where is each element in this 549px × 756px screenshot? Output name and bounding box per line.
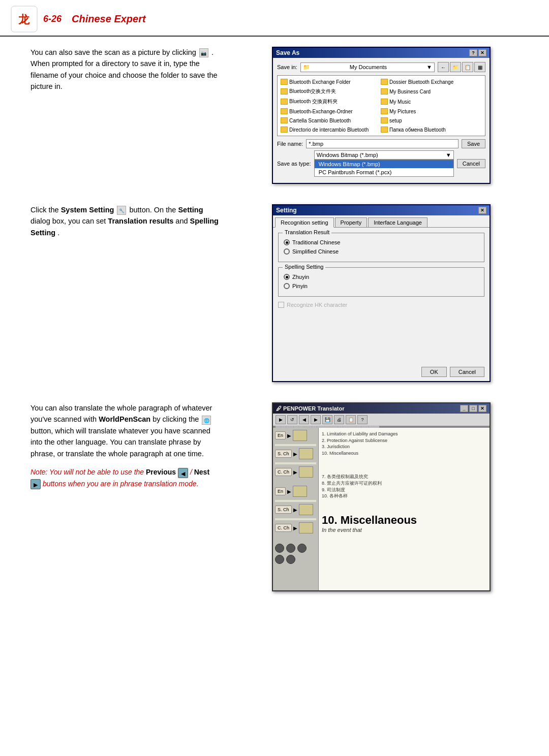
pp-arrow1: ▶: [287, 433, 291, 438]
pp-tool-scan[interactable]: ▶: [276, 415, 286, 424]
pp-divider4: [275, 518, 316, 520]
cancel-button[interactable]: Cancel: [457, 159, 485, 168]
radio-zhuyin-label: Zhuyin: [292, 274, 309, 280]
radio-simplified-circle[interactable]: [284, 248, 290, 255]
pp-tool-refresh[interactable]: ↺: [287, 415, 297, 424]
dropdown-item-pcx[interactable]: PC Paintbrush Format (*.pcx): [315, 168, 453, 176]
ok-button[interactable]: OK: [421, 367, 447, 377]
pp-divider2: [275, 462, 316, 464]
pp-circle5[interactable]: [286, 555, 295, 564]
pp-circle4[interactable]: [275, 555, 284, 564]
pp-circle3[interactable]: [297, 544, 307, 553]
back-btn[interactable]: ←: [438, 62, 449, 72]
pp-tool-copy[interactable]: 📋: [346, 415, 356, 424]
save-in-value: My Documents: [350, 64, 387, 70]
penpower-minimize[interactable]: _: [460, 405, 468, 412]
previous-btn-icon: ◀: [178, 468, 188, 478]
saveas-help-btn[interactable]: ?: [469, 49, 477, 56]
save-in-combo[interactable]: 📁 My Documents ▼: [300, 62, 435, 72]
pp-lang-c1[interactable]: C. Ch: [275, 468, 292, 476]
savetype-dropdown: Windows Bitmap (*.bmp) PC Paintbrush For…: [314, 160, 454, 177]
pp-divider3: [275, 500, 316, 502]
pp-circle1[interactable]: [275, 544, 284, 553]
previous-label: Previous: [146, 468, 176, 476]
radio-traditional-circle[interactable]: [284, 239, 290, 245]
spelling-setting-group: Spelling Setting Zhuyin Pinyin: [278, 267, 484, 297]
radio-zhuyin-circle[interactable]: [284, 274, 290, 280]
translate-btn-icon: 🌐: [202, 416, 211, 425]
tab-recognition[interactable]: Recognition setting: [275, 217, 334, 228]
file-name-text: Directorio de intercambio Bluetooth: [289, 127, 369, 133]
savetype-combo[interactable]: Windows Bitmap (*.bmp) ▼: [314, 150, 454, 160]
radio-zhuyin[interactable]: Zhuyin: [284, 274, 479, 280]
new-folder-btn[interactable]: 📋: [462, 62, 473, 72]
file-name-text: Dossier Bluetooth Exchange: [389, 79, 453, 85]
penpower-close[interactable]: ✕: [478, 405, 486, 412]
pp-tool-next[interactable]: ▶: [311, 415, 321, 424]
cancel-button-setting[interactable]: Cancel: [450, 367, 484, 377]
setting-text3: button. On the: [129, 206, 178, 214]
penpower-toolbar: ▶ ↺ ◀ ▶ 💾 🖨 📋 ?: [273, 414, 490, 426]
up-btn[interactable]: 📁: [450, 62, 461, 72]
pp-tool-save[interactable]: 💾: [322, 415, 332, 424]
pp-entry1-en: En ▶: [275, 430, 316, 441]
pp-divider1: [275, 444, 316, 446]
pp-circle2[interactable]: [286, 544, 295, 553]
folder-icon: [281, 79, 288, 85]
penpower-title-controls: _ □ ✕: [460, 405, 486, 412]
setting-close-btn[interactable]: ✕: [478, 207, 486, 214]
setting-dialog-title: Setting: [276, 207, 297, 214]
pp-lang-en1[interactable]: En: [275, 431, 286, 439]
note-slash: /: [190, 468, 192, 476]
checkbox-hk[interactable]: Recognize HK character: [278, 302, 484, 308]
file-item: Bluetooth-Exchange-Ordner: [280, 107, 379, 115]
radio-simplified[interactable]: Simplified Chinese: [284, 248, 479, 255]
setting-paragraph: Click the System Setting 🔧 button. On th…: [30, 204, 219, 238]
savetype-row: Save as type: Windows Bitmap (*.bmp) ▼ W…: [277, 150, 485, 177]
pp-text-block1: 1. Limitation of Liability and Damages 2…: [322, 431, 486, 456]
filename-input[interactable]: *.bmp: [306, 139, 459, 148]
pp-lang-sc2[interactable]: S. Ch: [275, 506, 292, 514]
pp-tool-print[interactable]: 🖨: [334, 415, 344, 424]
radio-traditional-label: Traditional Chinese: [292, 239, 340, 245]
setting-text9: .: [57, 229, 59, 237]
pp-tool-prev[interactable]: ◀: [299, 415, 309, 424]
pp-lang-cn1[interactable]: S. Ch: [275, 450, 292, 458]
pp-tool-help[interactable]: ?: [357, 415, 368, 424]
file-name-text: Bluetooth-Exchange-Ordner: [289, 109, 353, 114]
note-suffix: buttons when you are in phrase translati…: [43, 480, 199, 488]
file-name-text: Папка обмена Bluetooth: [389, 127, 446, 133]
pp-lang-cc2[interactable]: C. Ch: [275, 524, 292, 532]
folder-icon: [281, 108, 288, 114]
view-btn[interactable]: ▦: [474, 62, 485, 72]
file-item: Directorio de intercambio Bluetooth: [280, 125, 379, 134]
radio-pinyin-circle[interactable]: [284, 283, 290, 289]
note-prefix: Note: You will not be able to use the: [30, 468, 146, 476]
radio-simplified-label: Simplified Chinese: [292, 248, 339, 255]
folder-icon: [281, 99, 288, 105]
radio-pinyin[interactable]: Pinyin: [284, 283, 479, 289]
scan-button-icon: 📷: [199, 48, 208, 57]
checkbox-hk-box[interactable]: [278, 302, 284, 308]
folder-icon: [381, 127, 388, 133]
saveas-close-btn[interactable]: ✕: [478, 49, 486, 56]
section-worldpenscan: You can also translate the whole paragra…: [10, 397, 539, 596]
tab-interface-language[interactable]: Interface Language: [368, 217, 428, 227]
pp-lang-en2[interactable]: En: [275, 487, 286, 495]
tab-property[interactable]: Property: [335, 217, 368, 227]
section-saveas: You can also save the scan as a picture …: [10, 42, 539, 189]
text-worldpenscan: You can also translate the whole paragra…: [10, 397, 229, 494]
system-setting-label: System Setting: [61, 206, 114, 214]
savetype-label: Save as type:: [277, 161, 311, 167]
logo-icon: 龙: [10, 5, 38, 33]
page: 龙 6-26 Chinese Expert You can also save …: [0, 0, 549, 756]
penpower-maximize[interactable]: □: [469, 405, 477, 412]
pp-entry2-sc: S. Ch ▶: [275, 504, 316, 515]
nest-label: Nest: [194, 468, 209, 476]
pp-entry2-en: En ▶: [275, 486, 316, 497]
save-button[interactable]: Save: [462, 139, 485, 148]
worldpenscan-label: WorldPenScan: [99, 415, 150, 423]
dropdown-item-bmp[interactable]: Windows Bitmap (*.bmp): [315, 160, 453, 168]
setting-screenshot-col: Setting ✕ Recognition setting Property I…: [229, 199, 539, 387]
radio-traditional[interactable]: Traditional Chinese: [284, 239, 479, 245]
